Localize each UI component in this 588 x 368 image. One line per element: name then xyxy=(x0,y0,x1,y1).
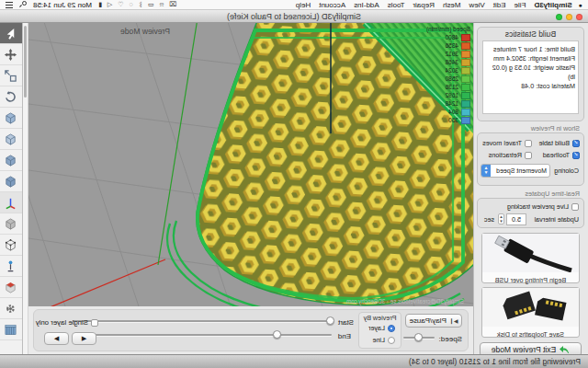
end-slider[interactable] xyxy=(73,330,332,339)
menu-edit[interactable]: Edit xyxy=(493,1,506,9)
layer-radio-circle[interactable] xyxy=(388,325,395,332)
preview-3d-viewport[interactable]: Preview Mode Simplify3D@creativetools.se… xyxy=(28,23,473,306)
cross-section-button[interactable] xyxy=(0,277,22,298)
play-pause-button[interactable]: ▶❙ Play/Pause xyxy=(405,314,462,328)
menu-view[interactable]: View xyxy=(469,1,485,9)
legend-row: 2580 xyxy=(426,75,470,83)
preview-option-travel-moves[interactable]: Travel moves xyxy=(479,137,532,149)
update-interval-field[interactable]: 5.0 xyxy=(506,213,526,225)
spotlight-search-icon[interactable] xyxy=(19,1,27,8)
preview-by-layer-radio[interactable]: Layer xyxy=(359,322,395,334)
view-top-button[interactable] xyxy=(0,150,22,171)
legend-row: 1248 xyxy=(426,99,470,108)
build-stat-line: Build time: 1 hour 7 minutes xyxy=(486,45,575,54)
layer-radio-label: Layer xyxy=(368,324,385,332)
start-slider[interactable] xyxy=(73,316,332,325)
legend-row: 1692 xyxy=(426,91,470,99)
save-toolpaths-button[interactable]: Save Toolpaths to Disk xyxy=(481,287,580,338)
menu-repair[interactable]: Repair xyxy=(413,1,435,9)
single-layer-checkbox[interactable] xyxy=(91,319,98,327)
heart-icon[interactable]: ♡ xyxy=(118,1,123,8)
input-display-icon[interactable]: ⌧ xyxy=(169,1,176,8)
settings-button[interactable] xyxy=(0,298,22,319)
build-statistics-box: Build time: 1 hour 7 minutesFilament len… xyxy=(482,40,579,114)
preview-controls-bar: ▶❙ Play/Pause Speed: Preview By Layer Li… xyxy=(28,306,473,354)
machine-control-button[interactable] xyxy=(0,319,22,340)
checkbox[interactable] xyxy=(525,152,532,159)
menu-mesh[interactable]: Mesh xyxy=(443,1,461,9)
legend-value: 4800 xyxy=(446,34,458,40)
line-radio-circle[interactable] xyxy=(388,337,395,344)
coloring-dropdown[interactable]: Movement Speed ▲▼ xyxy=(481,164,550,178)
checkbox[interactable] xyxy=(572,140,580,147)
bell-icon[interactable]: ⍾ xyxy=(160,1,164,8)
solid-view-button[interactable] xyxy=(0,213,22,235)
menu-clock[interactable]: Mon 29 Jun 14:58 xyxy=(33,1,92,9)
measure-tool-button[interactable] xyxy=(0,256,22,277)
wireframe-view-button[interactable] xyxy=(0,235,22,256)
minimize-window-button[interactable] xyxy=(566,14,572,20)
show-axes-button[interactable] xyxy=(0,192,22,213)
view-side-button[interactable] xyxy=(0,171,22,192)
preview-by-label: Preview By xyxy=(359,314,401,322)
coloring-dropdown-value: Movement Speed xyxy=(496,167,547,174)
sync-icon[interactable]: ◌ xyxy=(130,1,133,8)
scale-tool-button[interactable] xyxy=(0,65,22,86)
window-title-bar[interactable]: Simplify3D (Licensed to Paulo Kiefe) xyxy=(0,10,588,23)
realtime-updates-label: Real-time Updates xyxy=(525,190,580,198)
menu-account[interactable]: Account xyxy=(319,1,345,9)
begin-printing-usb-button[interactable]: Begin Printing over USB xyxy=(481,233,580,283)
legend-color-swatch xyxy=(461,100,470,108)
update-interval-stepper[interactable]: ▲▼ xyxy=(498,213,504,224)
battery-icon[interactable]: ▮ xyxy=(98,1,102,8)
menu-file[interactable]: File xyxy=(514,1,526,9)
legend-value: 804 xyxy=(448,109,458,115)
close-window-button[interactable] xyxy=(576,14,582,20)
build-stat-line: Material cost: 0.48 xyxy=(486,82,575,91)
bluetooth-icon[interactable]: ᛒ xyxy=(139,1,142,8)
preview-by-group: Preview By Layer Line xyxy=(358,312,401,349)
checkbox[interactable] xyxy=(525,140,532,147)
show-in-preview-group: Build tableTravel movesToolheadRetractio… xyxy=(477,132,584,186)
menu-status-icons: ⌧⍾▭ᛒ◌♡◁▮ xyxy=(98,1,182,8)
viewport-watermark: Simplify3D@creativetools.se · 3DBenchy.c… xyxy=(346,298,464,305)
volume-icon[interactable]: ◁ xyxy=(107,1,112,8)
next-layer-button[interactable]: ▶ xyxy=(44,332,69,345)
cross-section-icon xyxy=(4,281,17,294)
preview-option-toolhead[interactable]: Toolhead xyxy=(532,149,580,161)
menu-add-ins[interactable]: Add-Ins xyxy=(354,1,379,9)
apple-menu-icon[interactable]: ● xyxy=(579,2,582,8)
start-label: Start xyxy=(338,318,354,327)
menu-help[interactable]: Help xyxy=(296,1,311,9)
view-front-button[interactable] xyxy=(0,129,22,150)
menu-tools[interactable]: Tools xyxy=(388,1,405,9)
rotate-tool-button[interactable] xyxy=(0,86,22,108)
live-tracking-row[interactable]: Live preview tracking xyxy=(507,201,579,213)
checkbox[interactable] xyxy=(572,152,580,159)
legend-row: 360 xyxy=(426,116,470,124)
speed-slider[interactable] xyxy=(403,333,435,341)
select-tool-button[interactable] xyxy=(0,23,22,44)
notification-center-icon[interactable] xyxy=(6,2,13,8)
menu-simplify3d[interactable]: Simplify3D xyxy=(534,1,571,9)
toolbar-scrollbar-thumb[interactable] xyxy=(24,26,27,98)
legend-color-swatch xyxy=(461,67,470,75)
preview-option-build-table[interactable]: Build table xyxy=(532,137,580,149)
live-tracking-checkbox[interactable] xyxy=(571,203,579,211)
preview-by-line-radio[interactable]: Line xyxy=(359,334,395,346)
preview-option-retractions[interactable]: Retractions xyxy=(479,149,532,161)
zoom-window-button[interactable] xyxy=(556,14,562,20)
single-layer-row[interactable]: Single layer only xyxy=(36,316,98,328)
legend-value: 2580 xyxy=(446,75,458,82)
preview-mode-label: Preview Mode xyxy=(120,27,170,36)
play-pause-icon: ▶❙ xyxy=(449,317,458,324)
cube-top-icon xyxy=(4,154,17,167)
speed-legend: Speed (mm/min) 4800435639123468302425802… xyxy=(426,26,470,124)
display-icon[interactable]: ▭ xyxy=(148,1,154,8)
move-tool-button[interactable] xyxy=(0,44,22,65)
update-interval-unit: sec xyxy=(484,215,494,224)
view-iso-button[interactable] xyxy=(0,108,22,129)
legend-value: 1692 xyxy=(446,92,458,98)
toolbar-scrollbar[interactable] xyxy=(23,23,28,354)
previous-layer-button[interactable]: ◀ xyxy=(72,332,96,345)
